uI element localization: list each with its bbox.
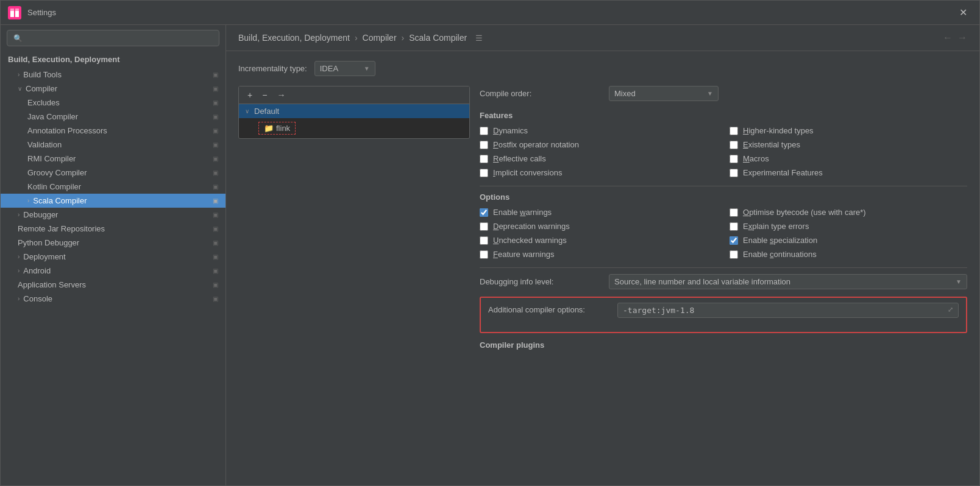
feature-postfix-checkbox[interactable] bbox=[480, 141, 488, 149]
search-input[interactable] bbox=[26, 33, 213, 43]
feature-implicit-checkbox[interactable] bbox=[480, 169, 488, 177]
sidebar-item-kotlin-compiler[interactable]: Kotlin Compiler ▣ bbox=[1, 180, 225, 194]
feature-dynamics-checkbox[interactable] bbox=[480, 127, 488, 135]
sidebar-item-remote-jar-repos[interactable]: Remote Jar Repositories ▣ bbox=[1, 222, 225, 236]
sidebar-item-debugger[interactable]: › Debugger ▣ bbox=[1, 208, 225, 222]
feature-higher-kinded-label[interactable]: Higher-kinded types bbox=[743, 126, 814, 135]
feature-reflective-checkbox[interactable] bbox=[480, 155, 488, 163]
sidebar-item-java-compiler[interactable]: Java Compiler ▣ bbox=[1, 110, 225, 124]
pin-icon: ▣ bbox=[213, 281, 218, 288]
incrementality-select[interactable]: IDEA ▼ bbox=[314, 61, 375, 76]
option-explain-checkbox[interactable] bbox=[730, 222, 738, 231]
option-enable-warnings-checkbox[interactable] bbox=[480, 208, 488, 217]
breadcrumb: Build, Execution, Deployment › Compiler … bbox=[226, 25, 979, 51]
option-feature-warnings-row: Feature warnings bbox=[480, 250, 717, 259]
breadcrumb-sep-1: › bbox=[355, 33, 358, 43]
option-specialization-checkbox[interactable] bbox=[730, 236, 738, 245]
sidebar-item-python-debugger[interactable]: Python Debugger ▣ bbox=[1, 236, 225, 250]
pin-icon: ▣ bbox=[213, 169, 218, 176]
breadcrumb-menu-icon[interactable]: ☰ bbox=[475, 33, 483, 43]
feature-macros-label[interactable]: Macros bbox=[743, 154, 769, 163]
feature-dynamics-label[interactable]: Dynamics bbox=[493, 126, 528, 135]
svg-rect-3 bbox=[10, 9, 19, 11]
option-optimise-row: Optimise bytecode (use with care*) bbox=[730, 208, 967, 217]
sidebar-item-groovy-compiler[interactable]: Groovy Compiler ▣ bbox=[1, 166, 225, 180]
sidebar-item-android[interactable]: › Android ▣ bbox=[1, 264, 225, 278]
feature-experimental-checkbox[interactable] bbox=[730, 169, 738, 177]
tree-item-flink[interactable]: 📁 flink bbox=[239, 118, 469, 138]
option-deprecation-label[interactable]: Deprecation warnings bbox=[493, 222, 570, 231]
debugging-divider bbox=[480, 267, 967, 268]
option-unchecked-checkbox[interactable] bbox=[480, 236, 488, 245]
sidebar-item-validation[interactable]: Validation ▣ bbox=[1, 138, 225, 152]
option-feature-warnings-checkbox[interactable] bbox=[480, 250, 488, 259]
feature-implicit-label[interactable]: Implicit conversions bbox=[493, 168, 562, 177]
option-optimise-label[interactable]: Optimise bytecode (use with care*) bbox=[743, 208, 866, 217]
sidebar-item-scala-compiler[interactable]: › Scala Compiler ▣ bbox=[1, 194, 225, 208]
feature-higher-kinded-row: Higher-kinded types bbox=[730, 126, 967, 135]
tree-item-default[interactable]: ∨ Default bbox=[239, 104, 469, 118]
feature-existential-checkbox[interactable] bbox=[730, 141, 738, 149]
feature-existential-label[interactable]: Existential types bbox=[743, 140, 800, 149]
search-icon: 🔍 bbox=[13, 34, 23, 43]
sidebar-item-rmi-compiler[interactable]: RMI Compiler ▣ bbox=[1, 152, 225, 166]
remove-profile-button[interactable]: − bbox=[258, 89, 271, 101]
option-specialization-label[interactable]: Enable specialization bbox=[743, 236, 817, 245]
add-profile-button[interactable]: + bbox=[244, 89, 256, 101]
pin-icon: ▣ bbox=[213, 239, 218, 246]
option-continuations-label[interactable]: Enable continuations bbox=[743, 250, 817, 259]
option-feature-warnings-label[interactable]: Feature warnings bbox=[493, 250, 554, 259]
sidebar-item-deployment[interactable]: › Deployment ▣ bbox=[1, 250, 225, 264]
nav-arrows: ← → bbox=[943, 32, 967, 43]
expand-arrow: › bbox=[18, 253, 20, 260]
search-box[interactable]: 🔍 bbox=[7, 30, 219, 46]
navigate-button[interactable]: → bbox=[273, 89, 289, 101]
sidebar-item-excludes[interactable]: Excludes ▣ bbox=[1, 96, 225, 110]
compiler-plugins-label: Compiler plugins bbox=[480, 340, 967, 350]
incrementality-value: IDEA bbox=[320, 64, 360, 73]
options-divider bbox=[480, 186, 967, 186]
settings-content: Incrementality type: IDEA ▼ + − bbox=[226, 51, 979, 485]
compile-order-select[interactable]: Mixed ▼ bbox=[609, 86, 719, 101]
option-optimise-checkbox[interactable] bbox=[730, 208, 738, 217]
debugging-info-select[interactable]: Source, line number and local variable i… bbox=[609, 274, 967, 289]
option-enable-warnings-label[interactable]: Enable warnings bbox=[493, 208, 552, 217]
close-button[interactable]: ✕ bbox=[954, 4, 972, 21]
sidebar-item-application-servers[interactable]: Application Servers ▣ bbox=[1, 278, 225, 292]
nav-back-button[interactable]: ← bbox=[943, 32, 953, 43]
additional-compiler-options-input[interactable]: -target:jvm-1.8 ⤢ bbox=[617, 303, 959, 318]
feature-higher-kinded-checkbox[interactable] bbox=[730, 127, 738, 135]
expand-icon[interactable]: ⤢ bbox=[948, 306, 953, 314]
nav-forward-button[interactable]: → bbox=[957, 32, 967, 43]
breadcrumb-item-1: Build, Execution, Deployment bbox=[238, 33, 350, 43]
sidebar-item-annotation-processors[interactable]: Annotation Processors ▣ bbox=[1, 124, 225, 138]
pin-icon: ▣ bbox=[213, 127, 218, 134]
feature-experimental-label[interactable]: Experimental Features bbox=[743, 168, 823, 177]
option-explain-label[interactable]: Explain type errors bbox=[743, 222, 809, 231]
option-continuations-checkbox[interactable] bbox=[730, 250, 738, 259]
pin-icon: ▣ bbox=[213, 141, 218, 148]
option-enable-warnings-row: Enable warnings bbox=[480, 208, 717, 217]
chevron-down-icon: ▼ bbox=[956, 278, 962, 285]
feature-postfix-label[interactable]: Postfix operator notation bbox=[493, 140, 579, 149]
feature-reflective-label[interactable]: Reflective calls bbox=[493, 154, 546, 163]
sidebar-item-compiler[interactable]: ∨ Compiler ▣ bbox=[1, 82, 225, 96]
expand-arrow: ∨ bbox=[18, 85, 22, 92]
sidebar-item-label: Android bbox=[23, 266, 213, 275]
sidebar-item-build-tools[interactable]: › Build Tools ▣ bbox=[1, 68, 225, 82]
sidebar-item-label: Deployment bbox=[23, 252, 213, 261]
option-deprecation-checkbox[interactable] bbox=[480, 222, 488, 231]
two-column-area: + − → ∨ Default 📁 flin bbox=[238, 86, 967, 356]
feature-reflective-row: Reflective calls bbox=[480, 154, 717, 163]
option-unchecked-label[interactable]: Unchecked warnings bbox=[493, 236, 567, 245]
sidebar-item-label: Groovy Compiler bbox=[27, 168, 213, 177]
feature-macros-checkbox[interactable] bbox=[730, 155, 738, 163]
pin-icon: ▣ bbox=[213, 155, 218, 162]
sidebar-item-console[interactable]: › Console ▣ bbox=[1, 292, 225, 306]
tree-toolbar: + − → bbox=[239, 86, 469, 104]
pin-icon: ▣ bbox=[213, 211, 218, 218]
sidebar-item-label: Kotlin Compiler bbox=[27, 182, 213, 191]
sidebar-section-header: Build, Execution, Deployment bbox=[1, 51, 225, 68]
chevron-down-icon: ▼ bbox=[364, 65, 370, 72]
sidebar-item-label: Java Compiler bbox=[27, 112, 213, 121]
